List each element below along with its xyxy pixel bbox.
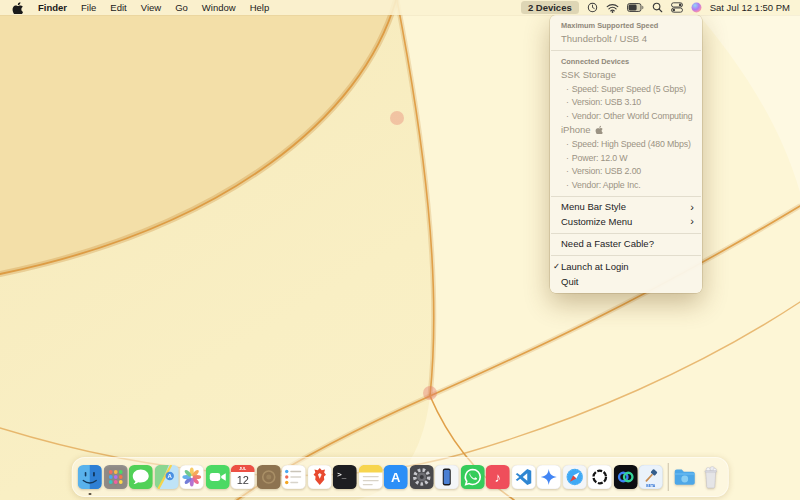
menu-file[interactable]: File <box>74 0 103 15</box>
dock-item-vscode[interactable] <box>511 465 535 489</box>
dock-item-gemini[interactable] <box>537 465 561 489</box>
menu-caption: Connected Devices <box>550 54 702 68</box>
finder-icon <box>78 465 102 489</box>
dock-item-messages[interactable] <box>129 465 153 489</box>
siri-icon[interactable] <box>691 2 702 13</box>
dock-item-brave[interactable] <box>307 465 331 489</box>
chatgpt-icon <box>588 465 612 489</box>
svg-text:♪: ♪ <box>495 470 502 485</box>
svg-text:BETA: BETA <box>646 484 656 488</box>
dock-item-notes[interactable] <box>358 465 382 489</box>
dock-item-finder[interactable] <box>78 465 102 489</box>
dock-separator <box>667 463 668 491</box>
usb-devices-menu-button[interactable]: 2 Devices <box>521 1 579 14</box>
menu-row-device-iphone: iPhone <box>550 123 702 138</box>
app-store-icon: A <box>384 465 408 489</box>
menu-app-name[interactable]: Finder <box>31 0 74 15</box>
dock-item-music[interactable]: ♪ <box>486 465 510 489</box>
notes-icon <box>358 465 382 489</box>
calendar-icon: JUL 12 <box>231 465 255 489</box>
menu-bar-left: Finder File Edit View Go Window Help <box>8 0 276 15</box>
dock-item-system-settings[interactable] <box>409 465 433 489</box>
clock-icon[interactable] <box>587 2 598 13</box>
reminders-icon <box>282 465 306 489</box>
wifi-icon[interactable] <box>606 3 619 13</box>
usb-devices-menu-panel: Maximum Supported Speed Thunderbolt / US… <box>550 15 702 293</box>
chevron-right-icon: › <box>690 200 694 215</box>
dark-rings-app-icon <box>613 465 637 489</box>
dock-item-app-store[interactable]: A <box>384 465 408 489</box>
menu-bar-clock[interactable]: Sat Jul 12 1:50 PM <box>710 2 790 13</box>
dock-item-dark-rings-app[interactable] <box>613 465 637 489</box>
menu-row-detail: ·Speed: Super Speed (5 Gbps) <box>550 83 702 97</box>
apple-menu[interactable] <box>8 1 31 14</box>
dock: A JUL 12 <box>72 457 729 497</box>
menu-caption: Maximum Supported Speed <box>550 18 702 32</box>
svg-text:A: A <box>391 470 401 485</box>
brave-icon <box>307 465 331 489</box>
menu-row-max-speed: Thunderbolt / USB 4 <box>550 32 702 47</box>
downloads-folder-icon <box>673 465 697 489</box>
menu-item-launch-at-login[interactable]: ✓Launch at Login <box>550 260 702 275</box>
dock-item-launchpad[interactable] <box>103 465 127 489</box>
dock-item-calendar[interactable]: JUL 12 <box>231 465 255 489</box>
vscode-icon <box>511 465 535 489</box>
whatsapp-icon <box>460 465 484 489</box>
trash-icon <box>698 465 722 489</box>
dock-item-downloads-folder[interactable] <box>673 465 697 489</box>
dock-item-chatgpt[interactable] <box>588 465 612 489</box>
music-icon: ♪ <box>486 465 510 489</box>
menu-separator <box>551 196 701 197</box>
svg-text:12: 12 <box>237 474 249 486</box>
dock-item-unknown-brown-app[interactable] <box>256 465 280 489</box>
menu-help[interactable]: Help <box>243 0 277 15</box>
menu-view[interactable]: View <box>134 0 168 15</box>
menu-item-menu-bar-style[interactable]: Menu Bar Style› <box>550 200 702 215</box>
dock-item-terminal[interactable]: >_ <box>333 465 357 489</box>
menu-row-detail: ·Vendor: Other World Computing <box>550 110 702 124</box>
svg-text:>_: >_ <box>337 470 347 479</box>
dock-item-trash[interactable] <box>698 465 722 489</box>
maps-icon: A <box>154 465 178 489</box>
svg-text:A: A <box>167 473 172 479</box>
gemini-star-icon <box>537 465 561 489</box>
menu-edit[interactable]: Edit <box>103 0 133 15</box>
menu-row-detail: ·Version: USB 2.00 <box>550 165 702 179</box>
menu-row-detail: ·Speed: High Speed (480 Mbps) <box>550 138 702 152</box>
menu-item-customize-menu[interactable]: Customize Menu› <box>550 215 702 230</box>
xcode-hammer-icon: BETA <box>639 465 663 489</box>
dock-item-iphone-mirroring[interactable] <box>435 465 459 489</box>
dock-item-whatsapp[interactable] <box>460 465 484 489</box>
photos-icon <box>180 465 204 489</box>
battery-icon[interactable] <box>627 3 644 12</box>
dock-item-xcode-beta[interactable]: BETA <box>639 465 663 489</box>
search-icon[interactable] <box>652 2 663 13</box>
messages-icon <box>129 465 153 489</box>
menu-window[interactable]: Window <box>195 0 243 15</box>
iphone-mirroring-icon <box>435 465 459 489</box>
svg-text:JUL: JUL <box>239 467 247 471</box>
chevron-right-icon: › <box>690 214 694 229</box>
menu-row-device-ssk: SSK Storage <box>550 68 702 83</box>
menu-separator <box>551 50 701 51</box>
menu-go[interactable]: Go <box>168 0 195 15</box>
menu-item-need-faster-cable[interactable]: Need a Faster Cable? <box>550 237 702 252</box>
gear-icon <box>409 465 433 489</box>
menu-bar: Finder File Edit View Go Window Help 2 D… <box>0 0 800 15</box>
control-center-icon[interactable] <box>671 2 683 13</box>
apple-icon <box>595 125 603 134</box>
apple-logo-icon <box>12 1 23 14</box>
dock-item-safari[interactable] <box>562 465 586 489</box>
dock-item-facetime[interactable] <box>205 465 229 489</box>
dock-item-reminders[interactable] <box>282 465 306 489</box>
menu-bar-status-area: 2 Devices Sat Jul 12 1:50 PM <box>521 1 790 14</box>
checkmark-icon: ✓ <box>553 261 560 272</box>
running-indicator <box>89 493 92 496</box>
dock-item-maps[interactable]: A <box>154 465 178 489</box>
menu-item-quit[interactable]: Quit <box>550 275 702 290</box>
facetime-icon <box>205 465 229 489</box>
unknown-brown-app-icon <box>256 465 280 489</box>
menu-separator <box>551 233 701 234</box>
dock-item-photos[interactable] <box>180 465 204 489</box>
launchpad-icon <box>103 465 127 489</box>
